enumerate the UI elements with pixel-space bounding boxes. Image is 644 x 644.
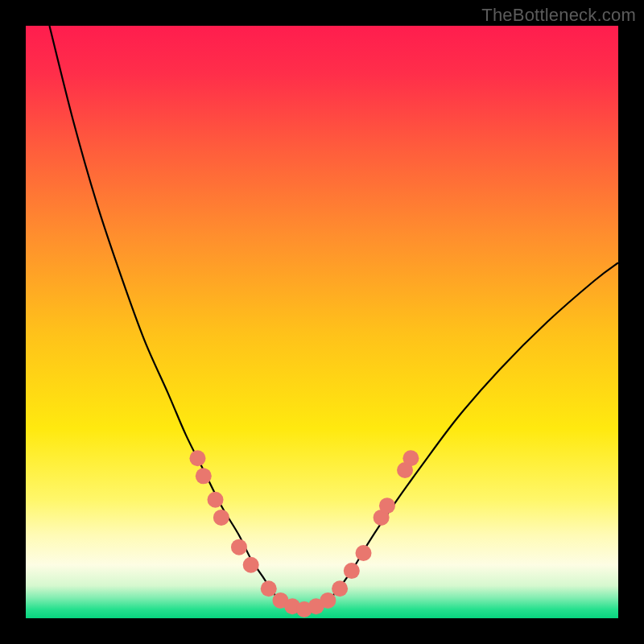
chart-background	[26, 26, 618, 618]
data-marker	[320, 592, 336, 609]
chart-svg	[26, 26, 618, 618]
data-marker	[344, 563, 360, 579]
plot-area	[26, 26, 618, 618]
data-marker	[213, 510, 229, 526]
data-marker	[402, 450, 419, 466]
data-marker	[261, 580, 277, 597]
data-marker	[231, 539, 247, 555]
watermark-text: TheBottleneck.com	[481, 5, 636, 26]
data-marker	[208, 492, 224, 508]
data-marker	[196, 468, 212, 484]
data-marker	[379, 497, 395, 514]
data-marker	[243, 557, 259, 573]
data-marker	[332, 580, 348, 597]
chart-frame: TheBottleneck.com	[0, 0, 644, 644]
data-marker	[356, 545, 372, 561]
data-marker	[189, 450, 205, 466]
